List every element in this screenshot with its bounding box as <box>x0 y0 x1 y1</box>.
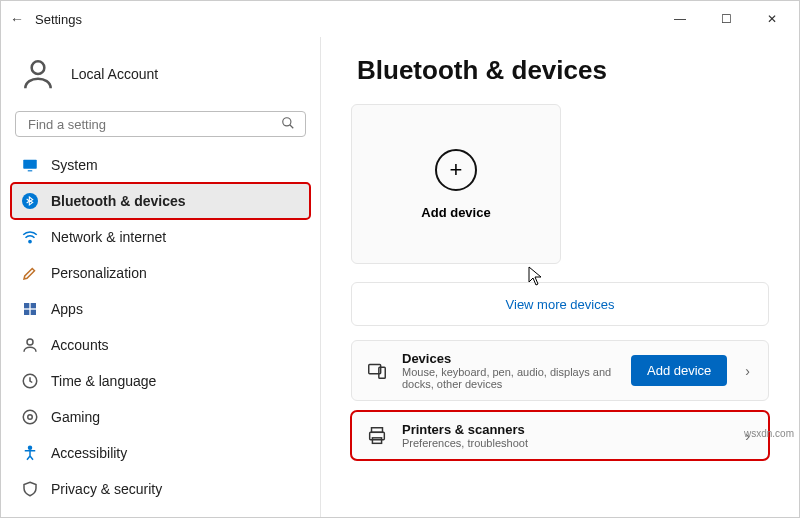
nav-label: Personalization <box>51 265 147 281</box>
row-subtitle: Mouse, keyboard, pen, audio, displays an… <box>402 366 617 390</box>
clock-icon <box>21 372 39 390</box>
nav-label: Privacy & security <box>51 481 162 497</box>
nav-label: Bluetooth & devices <box>51 193 186 209</box>
add-device-label: Add device <box>421 205 490 220</box>
view-more-devices-link[interactable]: View more devices <box>351 282 769 326</box>
sidebar-item-time-language[interactable]: Time & language <box>11 363 310 399</box>
search-box[interactable] <box>15 111 306 137</box>
account-header[interactable]: Local Account <box>11 41 310 111</box>
printer-icon <box>366 425 388 447</box>
svg-rect-7 <box>24 303 29 308</box>
nav-label: Accessibility <box>51 445 127 461</box>
svg-rect-10 <box>31 310 36 315</box>
svg-point-1 <box>283 117 291 125</box>
accounts-icon <box>21 336 39 354</box>
brush-icon <box>21 264 39 282</box>
sidebar-item-personalization[interactable]: Personalization <box>11 255 310 291</box>
titlebar: ← Settings — ☐ ✕ <box>1 1 799 37</box>
add-device-tile[interactable]: + Add device <box>351 104 561 264</box>
sidebar-item-privacy[interactable]: Privacy & security <box>11 471 310 507</box>
svg-point-13 <box>23 410 37 424</box>
nav-label: Network & internet <box>51 229 166 245</box>
svg-point-6 <box>29 240 31 242</box>
maximize-button[interactable]: ☐ <box>703 1 749 37</box>
svg-rect-3 <box>23 160 37 169</box>
svg-rect-17 <box>379 367 385 378</box>
nav-label: Gaming <box>51 409 100 425</box>
sidebar-item-accessibility[interactable]: Accessibility <box>11 435 310 471</box>
nav-list: System Bluetooth & devices Network & int… <box>11 147 310 507</box>
nav-label: Accounts <box>51 337 109 353</box>
avatar-icon <box>19 55 57 93</box>
svg-rect-4 <box>28 170 33 171</box>
apps-icon <box>21 300 39 318</box>
row-subtitle: Preferences, troubleshoot <box>402 437 727 449</box>
gaming-icon <box>21 408 39 426</box>
svg-point-14 <box>28 415 33 420</box>
watermark: wsxdn.com <box>744 428 794 439</box>
plus-icon: + <box>435 149 477 191</box>
devices-icon <box>366 360 388 382</box>
svg-rect-8 <box>31 303 36 308</box>
printers-scanners-row[interactable]: Printers & scanners Preferences, trouble… <box>351 411 769 460</box>
sidebar-item-apps[interactable]: Apps <box>11 291 310 327</box>
search-input[interactable] <box>26 116 281 133</box>
shield-icon <box>21 480 39 498</box>
nav-label: System <box>51 157 98 173</box>
sidebar-item-network[interactable]: Network & internet <box>11 219 310 255</box>
wifi-icon <box>21 228 39 246</box>
sidebar-item-accounts[interactable]: Accounts <box>11 327 310 363</box>
svg-rect-9 <box>24 310 29 315</box>
sidebar-item-gaming[interactable]: Gaming <box>11 399 310 435</box>
chevron-right-icon: › <box>741 363 754 379</box>
sidebar-item-bluetooth-devices[interactable]: Bluetooth & devices <box>11 183 310 219</box>
row-title: Devices <box>402 351 617 366</box>
bluetooth-icon <box>21 192 39 210</box>
accessibility-icon <box>21 444 39 462</box>
svg-point-15 <box>29 446 32 449</box>
svg-point-0 <box>32 61 45 74</box>
close-button[interactable]: ✕ <box>749 1 795 37</box>
nav-label: Apps <box>51 301 83 317</box>
minimize-button[interactable]: — <box>657 1 703 37</box>
svg-rect-20 <box>372 437 381 443</box>
sidebar: Local Account System Bluetooth & devices <box>1 37 321 517</box>
main-content: Bluetooth & devices + Add device View mo… <box>321 37 799 517</box>
svg-point-11 <box>27 339 33 345</box>
nav-label: Time & language <box>51 373 156 389</box>
row-title: Printers & scanners <box>402 422 727 437</box>
page-title: Bluetooth & devices <box>357 55 769 86</box>
back-button[interactable]: ← <box>5 11 29 27</box>
window-title: Settings <box>35 12 82 27</box>
system-icon <box>21 156 39 174</box>
add-device-button[interactable]: Add device <box>631 355 727 386</box>
svg-line-2 <box>290 124 294 128</box>
sidebar-item-system[interactable]: System <box>11 147 310 183</box>
account-name: Local Account <box>71 66 158 82</box>
devices-row[interactable]: Devices Mouse, keyboard, pen, audio, dis… <box>351 340 769 401</box>
search-icon <box>281 116 295 133</box>
